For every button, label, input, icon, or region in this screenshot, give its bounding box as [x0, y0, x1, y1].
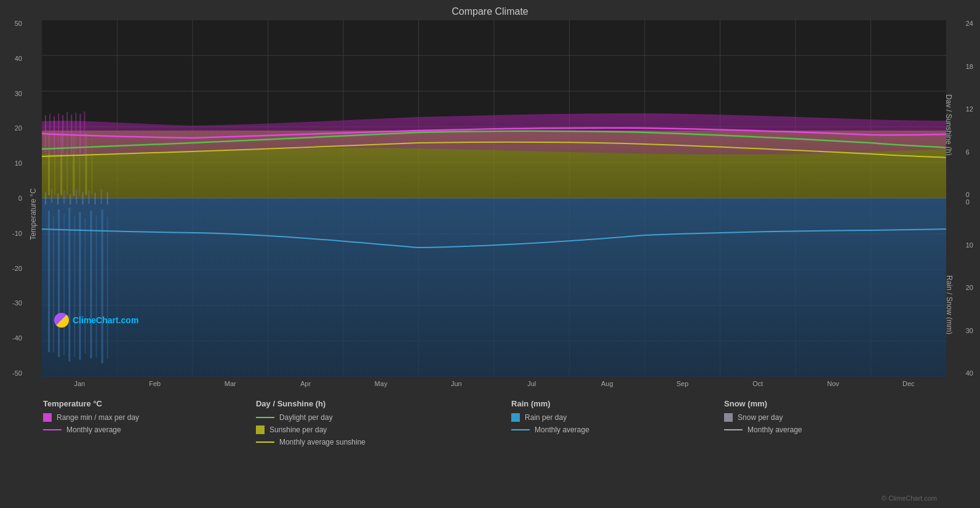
legend-col-snow: Snow (mm) Snow per day Monthly average — [724, 399, 937, 450]
legend-icon-temp-avg — [43, 429, 62, 430]
legend-col-sunshine: Day / Sunshine (h) Daylight per day Suns… — [256, 399, 511, 450]
svg-rect-24 — [53, 217, 54, 352]
svg-rect-34 — [107, 217, 108, 358]
svg-rect-58 — [70, 194, 71, 204]
legend-item-rain-bar: Rain per day — [511, 413, 724, 422]
legend-icon-snow-avg — [724, 429, 743, 430]
legend-item-daylight: Daylight per day — [256, 413, 511, 422]
legend-icon-rain-avg — [511, 429, 530, 430]
svg-rect-26 — [63, 214, 65, 355]
legend-item-sunshine-avg: Monthly average sunshine — [256, 438, 511, 446]
legend-item-sunshine-bar: Sunshine per day — [256, 425, 511, 434]
y-axis-right-bottom: 0 10 20 30 40 — [963, 198, 976, 377]
legend-item-snow-avg: Monthly average — [724, 425, 937, 434]
svg-rect-22 — [42, 198, 946, 377]
svg-rect-57 — [63, 191, 65, 204]
legend-title-rain: Rain (mm) — [511, 399, 724, 408]
legend-icon-snow-bar — [724, 413, 733, 422]
legend-title-sunshine: Day / Sunshine (h) — [256, 399, 511, 408]
logo-bottom-left: ClimeChart.com — [54, 313, 138, 328]
copyright: © ClimeChart.com — [882, 494, 937, 502]
x-axis-labels: Jan Feb Mar Apr May Jun Jul Aug Sep Oct … — [42, 377, 946, 390]
legend-icon-rain-bar — [511, 413, 520, 422]
svg-rect-54 — [45, 192, 46, 204]
logo-text-bottom: ClimeChart.com — [73, 315, 138, 325]
legend-title-snow: Snow (mm) — [724, 399, 937, 408]
legend-title-temp: Temperature °C — [43, 399, 256, 408]
svg-rect-55 — [51, 189, 52, 203]
svg-rect-32 — [96, 216, 97, 357]
svg-rect-63 — [101, 189, 102, 204]
legend-item-snow-bar: Snow per day — [724, 413, 937, 422]
svg-rect-28 — [74, 216, 75, 357]
chart-svg — [42, 20, 946, 377]
svg-rect-30 — [84, 218, 86, 353]
svg-rect-25 — [58, 209, 60, 357]
svg-rect-59 — [76, 190, 77, 204]
legend-item-rain-avg: Monthly average — [511, 425, 724, 434]
legend-icon-sunshine-bar — [256, 425, 265, 434]
temp-range-band — [42, 113, 946, 155]
legend-icon-sunshine-avg — [256, 441, 274, 443]
y-axis-right-top: 24 18 12 6 0 — [963, 20, 976, 198]
svg-rect-62 — [95, 193, 96, 204]
legend-item-temp-range: Range min / max per day — [43, 413, 256, 422]
svg-rect-56 — [57, 193, 58, 204]
logo-icon-bottom — [54, 313, 69, 328]
legend-icon-temp-range — [43, 413, 52, 422]
svg-rect-61 — [89, 190, 90, 204]
page-title: Compare Climate — [0, 0, 980, 20]
svg-rect-33 — [102, 209, 103, 363]
legend-col-rain: Rain (mm) Rain per day Monthly average — [511, 399, 724, 450]
legend-item-temp-avg: Monthly average — [43, 425, 256, 434]
y-axis-left: 50 40 30 20 10 0 -10 -20 -30 -40 -50 — [10, 20, 25, 377]
svg-rect-29 — [79, 212, 81, 360]
svg-rect-23 — [48, 211, 50, 352]
svg-rect-64 — [107, 192, 108, 204]
legend-col-temp: Temperature °C Range min / max per day M… — [43, 399, 256, 450]
legend-area: Temperature °C Range min / max per day M… — [0, 390, 980, 450]
chart-area: ClimeChart.com — [42, 20, 946, 377]
svg-rect-60 — [82, 192, 83, 204]
svg-rect-31 — [90, 211, 92, 358]
legend-icon-daylight — [256, 417, 274, 418]
svg-rect-27 — [68, 208, 70, 361]
